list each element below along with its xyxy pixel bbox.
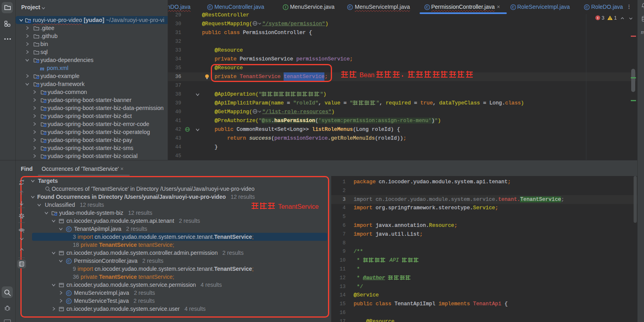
svg-text:C: C [586,5,588,9]
svg-text:C: C [209,5,212,9]
svg-text:I: I [285,5,286,9]
svg-text:C: C [512,5,515,9]
svg-text:!: ! [610,16,611,20]
svg-text:C: C [426,5,429,9]
svg-text:C: C [349,5,352,9]
svg-text:!: ! [597,16,598,20]
